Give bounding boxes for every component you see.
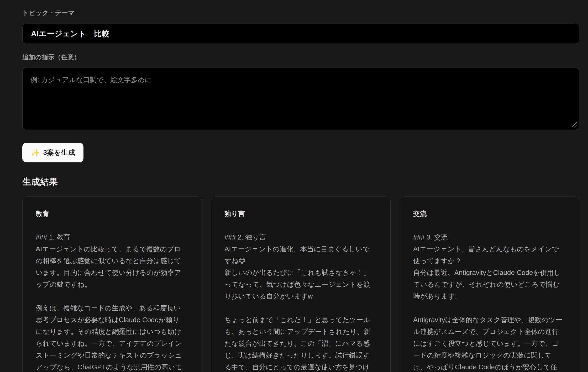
- instructions-textarea[interactable]: [22, 68, 579, 130]
- results-heading: 生成結果: [22, 177, 579, 187]
- result-card-exchange: 交流 ### 3. 交流 AIエージェント、皆さんどんなものをメインで使ってます…: [400, 196, 579, 372]
- result-card-education: 教育 ### 1. 教育 AIエージェントの比較って、まるで複数のプロの相棒を選…: [22, 196, 202, 372]
- sparkles-icon: ✨: [31, 148, 40, 157]
- generate-button[interactable]: ✨ 3案を生成: [22, 143, 83, 162]
- result-card-monologue: 独り言 ### 2. 独り言 AIエージェントの進化、本当に目まぐるしいですね😅…: [211, 196, 391, 372]
- card-body: ### 3. 交流 AIエージェント、皆さんどんなものをメインで使ってますか？ …: [413, 231, 563, 372]
- topic-input[interactable]: [22, 24, 579, 44]
- card-body: ### 2. 独り言 AIエージェントの進化、本当に目まぐるしいですね😅 新しい…: [224, 231, 374, 372]
- textarea-resize-grip-icon[interactable]: [571, 121, 578, 128]
- generator-page: トピック・テーマ 追加の指示（任意） ✨ 3案を生成 生成結果 教育 ### 1…: [0, 0, 588, 372]
- card-body: ### 1. 教育 AIエージェントの比較って、まるで複数のプロの相棒を選ぶ感覚…: [36, 231, 185, 372]
- instructions-textarea-wrap: [22, 68, 579, 130]
- card-title: 交流: [413, 210, 564, 217]
- topic-label: トピック・テーマ: [22, 9, 579, 16]
- card-title: 独り言: [224, 210, 376, 217]
- card-title: 教育: [36, 210, 187, 217]
- results-grid: 教育 ### 1. 教育 AIエージェントの比較って、まるで複数のプロの相棒を選…: [22, 196, 579, 372]
- generate-button-label: 3案を生成: [43, 148, 75, 157]
- instructions-label: 追加の指示（任意）: [22, 54, 579, 61]
